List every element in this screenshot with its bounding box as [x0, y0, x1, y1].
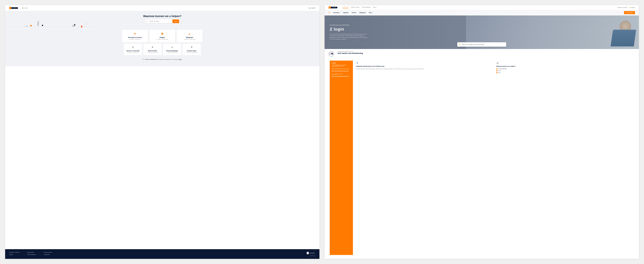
hero-body: Als erkend aanbieder van eHerkenning hel… — [330, 33, 368, 40]
help-link[interactable]: RVO — [496, 72, 634, 73]
home-icon[interactable] — [328, 12, 330, 14]
card-subtitle: 8 vragen en antwoorden — [125, 52, 141, 53]
logo-badge: Z — [9, 7, 12, 9]
footer-logo-area: Z LOGIN © 2020 Z login — [306, 252, 316, 256]
svg-point-19 — [152, 48, 152, 48]
card-tarieven[interactable]: Tarieven en facturatie 8 vragen en antwo… — [124, 44, 142, 55]
svg-text:EH: EH — [330, 53, 332, 54]
hero-title: Z login — [330, 27, 368, 32]
svg-rect-32 — [498, 63, 498, 63]
nav-keten[interactable]: Ketenmachtigingen — [362, 7, 371, 9]
pencil-icon — [178, 32, 201, 36]
login-icon — [151, 32, 174, 36]
svg-point-5 — [42, 25, 43, 26]
actueel-item: Tegemoetkoming Coronavirus — [332, 65, 351, 66]
svg-rect-6 — [72, 25, 75, 27]
svg-point-9 — [134, 33, 135, 34]
subnav-upgraden[interactable]: Upgraden — [343, 12, 348, 13]
feature-col-help: Waarmee kunnen we u helpen? De Belasting… — [496, 62, 634, 255]
svg-rect-3 — [38, 21, 39, 26]
back-to-site-link[interactable]: naar zlogin.nl — [308, 7, 316, 9]
header: Z LOGIN help center naar zlogin.nl — [5, 5, 320, 11]
hero-search-input[interactable] — [462, 44, 506, 45]
nav-enterprise[interactable]: Enterprise Solution — [351, 7, 360, 9]
link-icon — [496, 62, 634, 65]
logo-badge: Z — [306, 252, 309, 254]
card-overige[interactable]: ? Overige vragen 13 vragen en antwoorden — [183, 44, 201, 55]
card-subtitle: 11 vragen en antwoorden — [151, 39, 174, 40]
top-right: Wachtwoord vergeten 🔒 Inloggen — [618, 7, 635, 8]
help-center-link[interactable]: help center — [22, 7, 28, 9]
sliders-icon — [144, 46, 161, 49]
nav-eherkenning[interactable]: eHerkenning — [342, 7, 348, 9]
card-subtitle: 29 vragen en antwoorden — [124, 39, 146, 40]
invoice-icon — [125, 46, 141, 49]
actueel-text: Tegemoetkoming schade Coronavirus. — [332, 68, 351, 70]
card-subtitle: 13 vragen en antwoorden — [184, 52, 200, 53]
card-keten[interactable]: Ketenmachtigingen 7 vragen en antwoorden — [163, 44, 181, 55]
svg-rect-8 — [81, 26, 82, 28]
card-subtitle: 11 vragen en antwoorden — [144, 52, 161, 53]
banner-text: Wij zitten elke werkdag klaar om u te he… — [158, 59, 178, 60]
lock-icon: 🔒 — [630, 7, 631, 8]
footer-link[interactable]: Aanvragen & activeren — [9, 252, 20, 253]
svg-point-20 — [172, 47, 172, 47]
cta-button[interactable]: Nu aanvragen — [624, 11, 635, 14]
card-beheer[interactable]: Beheermodule 11 vragen en antwoorden — [144, 44, 162, 55]
footer-logo[interactable]: Z LOGIN — [306, 252, 316, 254]
login-link[interactable]: 🔒 Inloggen — [630, 7, 635, 8]
hero-search — [457, 42, 506, 47]
card-title: Ketenmachtigingen — [164, 50, 180, 52]
svg-point-4 — [30, 25, 32, 27]
card-subtitle: 10 vragen en antwoorden — [178, 39, 201, 40]
main-section: EH eHerkenning aanvragen bij Z login Sne… — [324, 49, 639, 259]
banner-link[interactable]: klik hier — [178, 59, 182, 60]
card-subtitle: 7 vragen en antwoorden — [164, 52, 180, 53]
footer-link[interactable]: Privacy & cookies — [44, 252, 52, 253]
sub-nav: Aanvragen▾ Upgraden Tarieven Wijzigingen… — [333, 12, 372, 13]
card-inloggen[interactable]: Inloggen 11 vragen en antwoorden — [150, 30, 175, 42]
footer-col-2: Beheermodule Ketenmachtigingen — [27, 252, 36, 256]
footer: Aanvragen & activeren Inloggen Beheermod… — [5, 249, 320, 259]
actueel-link[interactable]: Vraag hier eHerkenning niveau 3 aan — [332, 75, 351, 77]
subnav-wijzigingen[interactable]: Wijzigingen — [359, 12, 366, 13]
subnav-tarieven[interactable]: Tarieven — [352, 12, 356, 13]
chain-icon — [164, 46, 180, 49]
logo[interactable]: Z LOGIN — [328, 6, 338, 9]
footer-link[interactable]: Ketenmachtigingen — [27, 254, 36, 255]
logo-text: LOGIN — [331, 7, 338, 8]
forgot-password-link[interactable]: Wachtwoord vergeten — [618, 7, 628, 8]
search-button[interactable]: Zoeken — [172, 20, 179, 23]
card-title: Beheermodule — [144, 50, 161, 52]
nav-support[interactable]: Support — [373, 7, 376, 9]
help-center-frame: Z LOGIN help center naar zlogin.nl Waarm… — [5, 5, 320, 259]
help-link[interactable]: De Belastingdienst — [496, 68, 634, 69]
logo-text: LOGIN — [11, 7, 18, 9]
eh-badge-icon: EH — [328, 51, 334, 57]
footer-link[interactable]: Beheermodule — [27, 252, 36, 253]
chat-icon: 💬 — [142, 59, 144, 60]
actueel-link[interactable]: Vraag hier eHerkenning niveau 1 aan — [332, 70, 351, 72]
subnav-meer[interactable]: Meer▾ — [369, 12, 372, 13]
logo-text: LOGIN — [309, 252, 316, 254]
help-link[interactable]: UWV — [496, 70, 634, 71]
search-icon — [146, 20, 149, 23]
card-title: Aanvragen & activeren — [124, 37, 146, 38]
svg-line-1 — [148, 22, 148, 22]
svg-point-25 — [459, 44, 460, 45]
card-title: Wijzigingen — [178, 37, 201, 38]
search-input[interactable] — [149, 20, 172, 23]
footer-link[interactable]: Inloggen — [9, 254, 20, 255]
logo[interactable]: Z LOGIN — [9, 7, 18, 9]
subnav-aanvragen[interactable]: Aanvragen▾ — [333, 12, 340, 13]
card-aanvragen[interactable]: Aanvragen & activeren 29 vragen en antwo… — [122, 30, 148, 42]
card-wijzigingen[interactable]: Wijzigingen 10 vragen en antwoorden — [177, 30, 202, 42]
hero-kicker: Dé zekere keus voor eHerkenning — [330, 24, 368, 26]
homepage-frame: Z LOGIN eHerkenning Enterprise Solution … — [324, 5, 639, 259]
footer-link[interactable]: Voorwaarden — [44, 254, 52, 255]
fingerprint-icon — [356, 62, 493, 65]
question-icon: ? — [184, 46, 200, 49]
section-title: Snel starten met eHerkenning — [338, 52, 363, 54]
svg-point-17 — [152, 47, 152, 47]
svg-rect-31 — [497, 63, 498, 63]
